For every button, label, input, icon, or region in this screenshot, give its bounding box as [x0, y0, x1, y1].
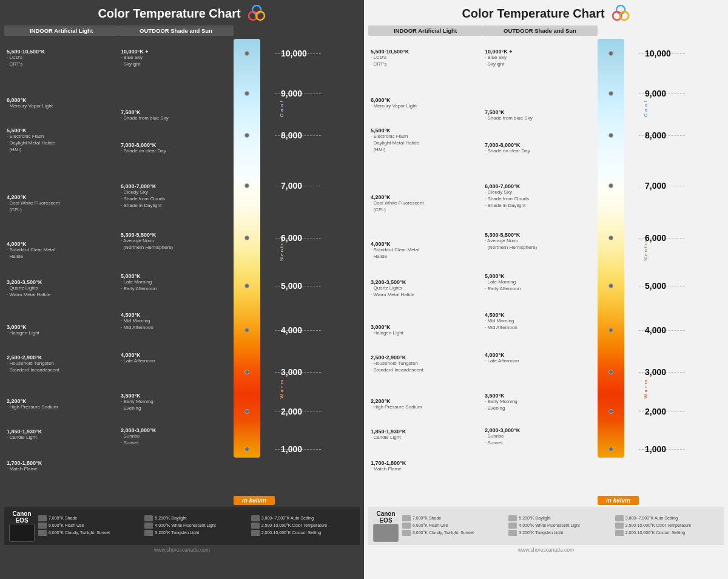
dark-footer-col-1: 7,000°K Shade 6,000°K Flash Use 6,000°K … — [38, 515, 142, 537]
l-footer-txt-8: 2,500-10,000°K Color Temperature — [625, 523, 692, 528]
l-num-8000: 8,000 — [645, 130, 666, 140]
entry-halogen: 3,000°K · Halogen Light — [7, 324, 117, 337]
l-entry-candle: 1,850-1,930°K · Candle Light — [371, 428, 481, 441]
light-gradient-bar — [598, 39, 624, 458]
l-footer-icon-4 — [508, 515, 517, 521]
l-num-7000: 7,000 — [645, 181, 666, 191]
l-entry-cfl: 4,200°K · Cool White Fluorescent (CFL) — [371, 194, 481, 214]
footer-txt-4: 5,200°K Daylight — [155, 516, 186, 521]
l-footer-icon-1 — [402, 515, 411, 521]
oentry-shade-blue: 7,500°K · Shade from blue Sky — [121, 109, 232, 122]
l-footer-icon-8 — [615, 523, 624, 529]
dot-9000 — [244, 91, 249, 96]
footer-icon-3 — [38, 530, 47, 536]
l-dot-5000 — [608, 283, 613, 288]
l-num-4000: 4,000 — [645, 325, 666, 335]
l-dot-7000 — [608, 183, 613, 188]
entry-mercury: 6,000°K · Mercury Vapor Light — [7, 97, 117, 110]
dot-7000 — [244, 183, 249, 188]
l-footer-row-3-2: 2,500-10,000°K Color Temperature — [615, 523, 719, 529]
num-5000: 5,000 — [281, 281, 302, 291]
l-oentry-late-morning: 5,000°K · Late Morning· Early Afternoon — [485, 273, 596, 293]
footer-txt-9: 2,000-10,000°K Custom Setting — [261, 530, 322, 535]
num-4000: 4,000 — [281, 325, 302, 335]
footer-txt-5: 4,000°K White Fluorescent Light — [155, 523, 215, 528]
dark-title: Color Temperature Chart — [98, 5, 266, 22]
l-oentry-late-afternoon: 4,000°K · Late Afternoon — [485, 352, 596, 365]
dark-gradient-bar — [234, 39, 260, 458]
l-footer-icon-6 — [508, 530, 517, 536]
oentry-bluesky: 10,000°K + · Blue Sky· Skylight — [121, 49, 232, 68]
oentry-shade-clear: 7,000-8,000°K · Shade on clear Day — [121, 142, 232, 155]
l-entry-match: 1,700-1,800°K · Match Flame — [371, 460, 481, 473]
dark-camera-icon — [9, 524, 35, 542]
light-indoor-col: INDOOR Artificial Light 5,500-10,500°K ·… — [368, 25, 482, 505]
footer-icon-2 — [38, 523, 47, 529]
l-footer-icon-9 — [615, 530, 624, 536]
light-footer: CanonEOS 7,000°K Shade 6,000°K Flash Use — [368, 507, 724, 545]
l-oentry-shade-clear: 7,000-8,000°K · Shade on clear Day — [485, 142, 596, 155]
l-footer-txt-6: 3,200°K Tungsten Light — [519, 530, 563, 535]
dark-footer-col-3: 3,000- 7,000°K Auto Setting 2,500-10,000… — [251, 515, 355, 537]
light-bar-col: Cool Neutral Warm in kelvin — [598, 25, 639, 505]
entry-candle: 1,850-1,930°K · Candle Light — [7, 428, 117, 441]
num-7000: 7,000 — [281, 181, 302, 191]
oentry-sunrise: 2,000-3,000°K · Sunrise· Sunset — [121, 427, 232, 447]
l-dot-1000 — [608, 447, 613, 452]
light-website: www.shorescanada.com — [518, 547, 574, 553]
dot-4000 — [244, 328, 249, 333]
light-title-text: Color Temperature Chart — [462, 7, 604, 21]
oentry-mid-morning: 4,500°K · Mid Morning· Mid Afternoon — [121, 312, 232, 331]
dark-num-col: 10,000 9,000 8,000 7,000 6,000 5,000 4,0… — [275, 25, 321, 505]
dot-3000 — [244, 370, 249, 374]
footer-icon-8 — [251, 523, 260, 529]
entry-flash: 5,500°K · Electronic Flash· Daylight Met… — [7, 127, 117, 153]
l-footer-txt-3: 6,000°K Cloudy, Twilight, Sunset — [413, 530, 474, 535]
dark-canon-section: CanonEOS — [9, 510, 35, 542]
dot-5000 — [244, 283, 249, 288]
footer-icon-7 — [251, 515, 260, 521]
l-footer-row-2-3: 3,200°K Tungsten Light — [508, 530, 612, 536]
entry-tungsten: 2,500-2,900°K · Household Tungsten· Stan… — [7, 354, 117, 374]
light-footer-col-1: 7,000°K Shade 6,000°K Flash Use 6,000°K … — [402, 515, 506, 537]
dark-canon-text: CanonEOS — [9, 510, 35, 524]
l-entry-flash: 5,500°K · Electronic Flash· Daylight Met… — [371, 127, 481, 153]
light-canon-section: CanonEOS — [373, 510, 399, 542]
footer-icon-5 — [144, 523, 153, 529]
light-outdoor-header: OUTDOOR Shade and Sun — [482, 25, 598, 36]
footer-icon-6 — [144, 530, 153, 536]
dark-panel: Color Temperature Chart INDOOR Artificia… — [0, 0, 364, 579]
dark-indoor-header: INDOOR Artificial Light — [4, 25, 118, 36]
l-footer-txt-7: 3,000- 7,000°K Auto Setting — [625, 516, 678, 521]
l-footer-row-1-3: 6,000°K Cloudy, Twilight, Sunset — [402, 530, 506, 536]
l-dot-8000 — [608, 133, 613, 138]
footer-txt-2: 6,000°K Flash Use — [49, 523, 84, 528]
dark-outdoor-header: OUTDOOR Shade and Sun — [118, 25, 234, 36]
l-entry-tungsten: 2,500-2,900°K · Household Tungsten· Stan… — [371, 354, 481, 374]
oentry-cloudy: 6,000-7,000°K · Cloudy Sky· Shade from C… — [121, 183, 232, 209]
oentry-late-morning: 5,000°K · Late Morning· Early Afternoon — [121, 273, 232, 293]
footer-row-2-3: 3,200°K Tungsten Light — [144, 530, 248, 536]
footer-row-1-2: 6,000°K Flash Use — [38, 523, 142, 529]
num-3000: 3,000 — [281, 367, 302, 377]
l-num-1000: 1,000 — [645, 444, 666, 454]
l-num-9000: 9,000 — [645, 89, 666, 98]
entry-metal-halide: 4,000°K · Standard Clear Metal Halide — [7, 241, 117, 260]
entry-cfl: 4,200°K · Cool White Fluorescent (CFL) — [7, 194, 117, 214]
l-footer-icon-5 — [508, 523, 517, 529]
light-num-col: 10,000 9,000 8,000 7,000 6,000 5,000 4,0… — [639, 25, 685, 505]
num-10000: 10,000 — [281, 49, 307, 58]
l-entry-halogen: 3,000°K · Halogen Light — [371, 324, 481, 337]
l-dot-3000 — [608, 370, 613, 374]
light-indoor-header: INDOOR Artificial Light — [368, 25, 482, 36]
footer-row-1-3: 6,000°K Cloudy, Twilight, Sunset — [38, 530, 142, 536]
l-footer-txt-9: 2,000-10,000°K Custom Setting — [625, 530, 686, 535]
footer-row-3-1: 3,000- 7,000°K Auto Setting — [251, 515, 355, 521]
l-entry-lcd: 5,500-10,500°K · LCD's· CRT's — [371, 49, 481, 68]
dark-footer-cols: 7,000°K Shade 6,000°K Flash Use 6,000°K … — [38, 515, 355, 537]
l-footer-txt-2: 6,000°K Flash Use — [413, 523, 448, 528]
l-footer-row-1-2: 6,000°K Flash Use — [402, 523, 506, 529]
l-oentry-shade-blue: 7,500°K · Shade from blue Sky — [485, 109, 596, 122]
footer-txt-8: 2,500-10,000°K Color Temperature — [261, 523, 328, 528]
l-num-3000: 3,000 — [645, 367, 666, 377]
